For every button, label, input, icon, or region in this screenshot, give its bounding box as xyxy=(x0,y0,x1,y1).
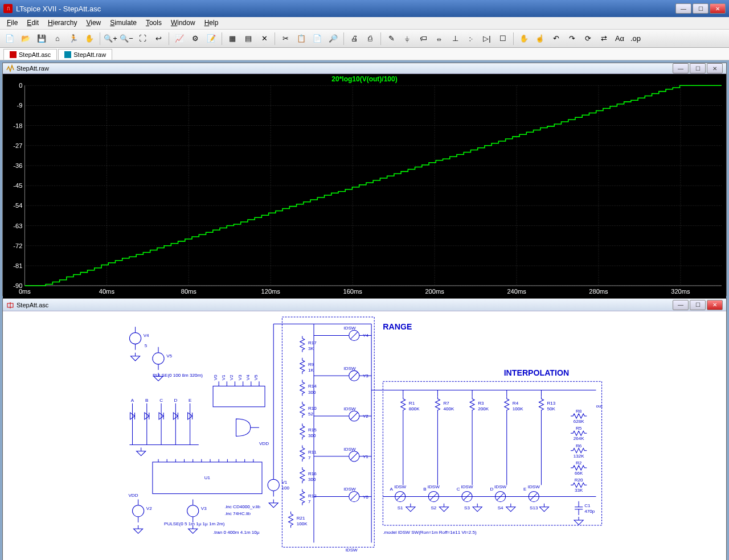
plot-area[interactable]: 20*log10(V(out)/100) 0-9-18-27-36-45-54-… xyxy=(3,74,726,298)
menu-simulate[interactable]: Simulate xyxy=(105,17,141,29)
svg-point-46 xyxy=(129,332,141,344)
svg-text:300: 300 xyxy=(308,477,316,482)
new-schematic-icon[interactable]: 📄 xyxy=(2,31,17,46)
save-icon[interactable]: 💾 xyxy=(34,31,49,46)
plot-maximize-button[interactable]: ☐ xyxy=(690,63,706,73)
copy-icon[interactable]: 📋 xyxy=(294,31,309,46)
paste-icon[interactable]: 📄 xyxy=(310,31,325,46)
notes-icon[interactable]: 📝 xyxy=(204,31,219,46)
svg-text:R14: R14 xyxy=(308,384,317,389)
svg-text:RANGE: RANGE xyxy=(383,322,412,331)
text-icon[interactable]: Aα xyxy=(612,31,627,46)
zoom-fit-icon[interactable]: ⛶ xyxy=(135,31,150,46)
open-icon[interactable]: 📂 xyxy=(18,31,33,46)
svg-text:Y2: Y2 xyxy=(363,414,368,419)
zoom-out-icon[interactable]: 🔍− xyxy=(119,31,134,46)
minimize-button[interactable]: — xyxy=(675,3,691,14)
svg-text:7: 7 xyxy=(308,499,311,504)
plot-close-button[interactable]: ✕ xyxy=(707,63,723,73)
svg-point-51 xyxy=(153,353,164,364)
schematic-pane-titlebar[interactable]: StepAtt.asc — ☐ ✕ xyxy=(3,299,726,311)
svg-text:120ms: 120ms xyxy=(261,288,281,295)
label-icon[interactable]: 🏷 xyxy=(416,31,431,46)
close-button[interactable]: ✕ xyxy=(710,3,726,14)
svg-text:E: E xyxy=(523,487,527,492)
close-all-icon[interactable]: ✕ xyxy=(257,31,272,46)
rotate-icon[interactable]: ⟳ xyxy=(580,31,595,46)
component-icon[interactable]: ☐ xyxy=(495,31,510,46)
svg-text:7: 7 xyxy=(308,455,311,460)
menu-file[interactable]: File xyxy=(2,17,22,29)
schem-minimize-button[interactable]: — xyxy=(673,300,689,310)
find-icon[interactable]: 🔎 xyxy=(326,31,341,46)
schematic-area[interactable]: RANGEINTERPOLATIONV45V5PULSE(0 100 8m 32… xyxy=(3,311,726,560)
svg-text:R1: R1 xyxy=(409,401,415,406)
menu-edit[interactable]: Edit xyxy=(22,17,43,29)
ground-icon[interactable]: ⏚ xyxy=(400,31,415,46)
schem-close-button[interactable]: ✕ xyxy=(707,300,723,310)
tab-StepAtt-raw[interactable]: StepAtt.raw xyxy=(58,49,112,60)
setup-icon[interactable]: ⚙ xyxy=(188,31,203,46)
resistor-icon[interactable]: ⏛ xyxy=(432,31,447,46)
svg-text:A: A xyxy=(390,487,393,492)
schem-maximize-button[interactable]: ☐ xyxy=(690,300,706,310)
redo-icon[interactable]: ↷ xyxy=(564,31,579,46)
tile-icon[interactable]: ▦ xyxy=(225,31,240,46)
drag-icon[interactable]: ☝ xyxy=(533,31,547,46)
svg-text:U1: U1 xyxy=(204,475,211,480)
svg-text:S2: S2 xyxy=(431,505,436,510)
plot-trace-label: 20*log10(V(out)/100) xyxy=(3,75,726,83)
zoom-back-icon[interactable]: ↩ xyxy=(151,31,166,46)
svg-text:D: D xyxy=(490,487,493,492)
cut-icon[interactable]: ✂ xyxy=(278,31,293,46)
workspace: StepAtt.raw — ☐ ✕ 20*log10(V(out)/100) 0… xyxy=(0,60,729,560)
plot-minimize-button[interactable]: — xyxy=(673,63,689,73)
svg-text:V5: V5 xyxy=(253,374,259,380)
menu-view[interactable]: View xyxy=(81,17,105,29)
control-icon[interactable]: ⌂ xyxy=(50,31,65,46)
svg-text:INTERPOLATION: INTERPOLATION xyxy=(504,368,569,377)
svg-text:VDD: VDD xyxy=(128,493,138,498)
autorange-icon[interactable]: 📈 xyxy=(172,31,187,46)
move-icon[interactable]: ✋ xyxy=(517,31,531,46)
cascade-icon[interactable]: ▤ xyxy=(241,31,256,46)
svg-text:C: C xyxy=(457,487,460,492)
menu-hierarchy[interactable]: Hierarchy xyxy=(43,17,81,29)
svg-text:R7: R7 xyxy=(444,401,450,406)
svg-text:R16: R16 xyxy=(308,471,317,476)
titlebar: ⎍ LTspice XVII - StepAtt.asc — ☐ ✕ xyxy=(0,0,729,17)
svg-text:-27: -27 xyxy=(13,142,22,149)
svg-text:-36: -36 xyxy=(13,162,22,169)
plot-pane-titlebar[interactable]: StepAtt.raw — ☐ ✕ xyxy=(3,63,726,74)
run-icon[interactable]: 🏃 xyxy=(66,31,81,46)
menu-help[interactable]: Help xyxy=(200,17,223,29)
tab-StepAtt-asc[interactable]: StepAtt.asc xyxy=(3,49,57,60)
svg-text:.inc CD4000_v.lib: .inc CD4000_v.lib xyxy=(224,504,260,509)
svg-text:R21: R21 xyxy=(297,516,305,521)
svg-text:Y1: Y1 xyxy=(363,454,368,459)
svg-text:R3: R3 xyxy=(478,401,484,406)
maximize-button[interactable]: ☐ xyxy=(693,3,708,14)
draw-wire-icon[interactable]: ✎ xyxy=(384,31,399,46)
svg-text:V5: V5 xyxy=(166,353,172,359)
svg-text:D: D xyxy=(174,398,177,403)
svg-text:3K: 3K xyxy=(308,346,314,351)
inductor-icon[interactable]: ჻ xyxy=(464,31,478,46)
zoom-in-icon[interactable]: 🔍+ xyxy=(103,31,118,46)
print-setup-icon[interactable]: ⎙ xyxy=(363,31,378,46)
print-icon[interactable]: 🖨 xyxy=(347,31,362,46)
diode-icon[interactable]: ▷| xyxy=(480,31,494,46)
svg-text:200K: 200K xyxy=(478,406,489,411)
capacitor-icon[interactable]: ⊥ xyxy=(448,31,462,46)
spice-dir-icon[interactable]: .op xyxy=(628,31,643,46)
svg-line-152 xyxy=(351,372,358,379)
svg-text:300: 300 xyxy=(308,390,316,395)
svg-text:C: C xyxy=(159,398,163,403)
undo-icon[interactable]: ↶ xyxy=(548,31,563,46)
svg-text:R5: R5 xyxy=(576,426,582,431)
svg-text:-45: -45 xyxy=(13,182,22,189)
pause-icon[interactable]: ✋ xyxy=(82,31,97,46)
menu-tools[interactable]: Tools xyxy=(141,17,166,29)
mirror-icon[interactable]: ⇄ xyxy=(596,31,611,46)
menu-window[interactable]: Window xyxy=(166,17,200,29)
